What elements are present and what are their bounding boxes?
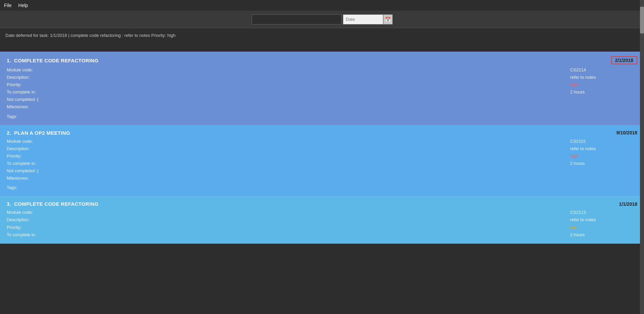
to-complete-label-3: To complete in: [7, 231, 570, 239]
description-val-1: refer to notes [570, 74, 637, 81]
search-bar: 📅 [0, 11, 644, 28]
module-code-val-2: CS2101 [570, 138, 637, 145]
priority-val-2: high [570, 152, 637, 160]
description-val-2: refer to notes [570, 145, 637, 152]
task-card-2[interactable]: 2. PLAN A OP2 MEETING 9/10/2018 Module c… [0, 125, 644, 197]
to-complete-label-1: To complete in: [7, 88, 570, 96]
milestones-label-2: Milestones: [7, 175, 570, 182]
date-picker-button[interactable]: 📅 [383, 14, 393, 24]
task-list: 1. COMPLETE CODE REFACTORING 2/1/2018 Mo… [0, 52, 644, 244]
tags-label-2: Tags: [7, 184, 570, 191]
scrollbar-track[interactable] [640, 0, 644, 314]
task-left-2: Module code: Description: Priority: To c… [7, 138, 570, 192]
task-card-3[interactable]: 3. COMPLETE CODE REFACTORING 1/1/2018 Mo… [0, 196, 644, 243]
task-title-1: 1. COMPLETE CODE REFACTORING [7, 58, 98, 63]
module-code-val-1: CS2114 [570, 66, 637, 74]
milestones-label-1: Milestones: [7, 103, 570, 111]
to-complete-label-2: To complete in: [7, 160, 570, 167]
task-card-1[interactable]: 1. COMPLETE CODE REFACTORING 2/1/2018 Mo… [0, 52, 644, 125]
priority-val-1: high [570, 81, 637, 88]
to-complete-val-1: 2 hours [570, 88, 637, 96]
to-complete-val-2: 2 hours [570, 160, 637, 167]
menu-bar: File Help [0, 0, 644, 11]
module-code-label-3: Module code: [7, 209, 570, 216]
task-header-2: 2. PLAN A OP2 MEETING 9/10/2018 [7, 130, 637, 136]
task-title-3: 3. COMPLETE CODE REFACTORING [7, 201, 98, 207]
search-input[interactable] [252, 14, 342, 24]
search-wrapper: 📅 [252, 14, 393, 24]
info-text: Date deferred for task: 1/1/2018 | compl… [5, 33, 176, 38]
date-input-wrapper: 📅 [343, 14, 393, 24]
priority-label-2: Priority: [7, 152, 570, 160]
task-right-3: CS2113 refer to notes low 2 hours [570, 209, 637, 238]
module-code-val-3: CS2113 [570, 209, 637, 216]
task-header-1: 1. COMPLETE CODE REFACTORING 2/1/2018 [7, 56, 637, 64]
task-right-1: CS2114 refer to notes high 2 hours [570, 66, 637, 120]
priority-label-3: Priority: [7, 224, 570, 231]
task-date-3: 1/1/2018 [619, 201, 638, 207]
description-label-2: Description: [7, 145, 570, 152]
module-code-label-1: Module code: [7, 66, 570, 74]
date-input[interactable] [343, 14, 383, 24]
module-code-label-2: Module code: [7, 138, 570, 145]
task-left-3: Module code: Description: Priority: To c… [7, 209, 570, 238]
priority-val-3: low [570, 224, 637, 231]
tags-label-1: Tags: [7, 113, 570, 120]
scrollbar-thumb[interactable] [640, 7, 644, 34]
calendar-icon: 📅 [385, 17, 391, 22]
task-right-2: CS2101 refer to notes high 2 hours [570, 138, 637, 192]
task-body-3: Module code: Description: Priority: To c… [7, 209, 637, 238]
menu-file[interactable]: File [4, 3, 12, 8]
task-header-3: 3. COMPLETE CODE REFACTORING 1/1/2018 [7, 201, 637, 207]
task-body-2: Module code: Description: Priority: To c… [7, 138, 637, 192]
info-bar: Date deferred for task: 1/1/2018 | compl… [0, 28, 644, 52]
priority-label-1: Priority: [7, 81, 570, 88]
description-label-3: Description: [7, 216, 570, 224]
task-date-2: 9/10/2018 [616, 130, 637, 135]
description-label-1: Description: [7, 74, 570, 81]
menu-help[interactable]: Help [18, 3, 28, 8]
task-left-1: Module code: Description: Priority: To c… [7, 66, 570, 120]
to-complete-val-3: 2 hours [570, 231, 637, 239]
not-completed-label-2: Not completed :( [7, 167, 570, 175]
task-title-2: 2. PLAN A OP2 MEETING [7, 130, 70, 136]
task-body-1: Module code: Description: Priority: To c… [7, 66, 637, 120]
not-completed-label-1: Not completed :( [7, 96, 570, 103]
task-date-1: 2/1/2018 [611, 56, 638, 64]
description-val-3: refer to notes [570, 216, 637, 224]
